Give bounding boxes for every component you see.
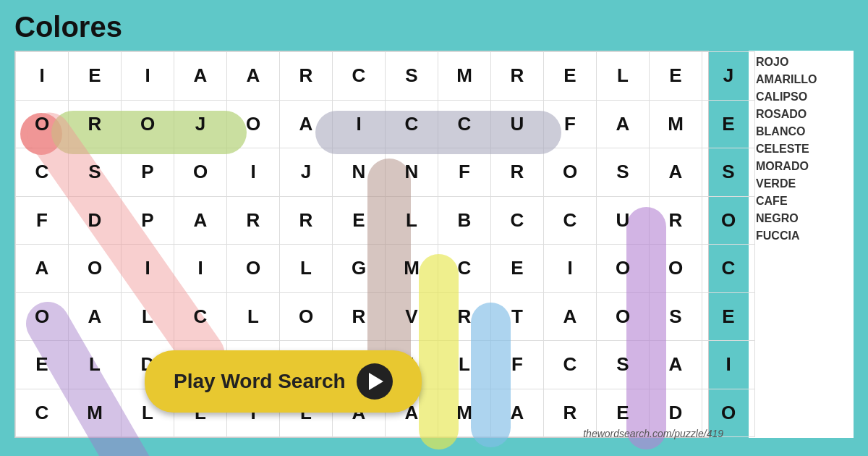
grid-cell: E (544, 52, 597, 101)
grid-cell: C (702, 245, 755, 293)
grid-cell: M (650, 100, 702, 148)
grid-cell: O (597, 245, 650, 293)
word-list-item: CAFE (756, 193, 846, 209)
grid-cell: O (227, 100, 280, 148)
grid-cell: U (597, 196, 650, 245)
grid-cell: A (280, 100, 333, 148)
grid-cell: R (227, 196, 280, 245)
grid-cell: T (491, 292, 544, 341)
word-list-item: MORADO (756, 159, 846, 174)
grid-cell: C (544, 341, 597, 389)
grid-cell: P (122, 148, 174, 197)
grid-cell: O (650, 245, 702, 293)
website-credit: thewordsearch.com/puzzle/419 (583, 428, 723, 439)
grid-cell: I (227, 148, 280, 197)
grid-cell: A (69, 292, 122, 341)
grid-cell: E (650, 52, 702, 101)
grid-cell: C (174, 292, 227, 341)
play-button[interactable]: Play Word Search (145, 350, 422, 413)
grid-cell: O (174, 148, 227, 197)
grid-cell: L (122, 292, 174, 341)
grid-cell: U (491, 100, 544, 148)
grid-cell: L (386, 196, 438, 245)
grid-cell: R (491, 148, 544, 197)
play-icon (357, 363, 393, 400)
grid-cell: S (650, 292, 702, 341)
grid-cell: A (597, 100, 650, 148)
grid-cell: O (122, 100, 174, 148)
grid-cell: R (438, 292, 491, 341)
grid-cell: E (16, 341, 69, 389)
grid-cell: I (122, 245, 174, 293)
grid-cell: R (491, 52, 544, 101)
grid-cell: I (702, 341, 755, 389)
grid-cell: L (227, 292, 280, 341)
grid-cell: I (174, 245, 227, 293)
grid-cell: I (16, 52, 69, 101)
page-title: Colores (14, 11, 854, 43)
grid-cell: J (702, 52, 755, 101)
content-area: IEIAARCSMRELEJOROJOAICCUFAMECSPOIJNNFROS… (14, 51, 854, 445)
grid-cell: A (650, 341, 702, 389)
grid-cell: L (597, 52, 650, 101)
grid-cell: F (438, 148, 491, 197)
grid-cell: R (69, 100, 122, 148)
grid-cell: E (333, 196, 386, 245)
grid-cell: C (491, 196, 544, 245)
grid-cell: O (16, 292, 69, 341)
grid-cell: M (438, 52, 491, 101)
word-list-item: NEGRO (756, 211, 846, 227)
word-list-item: FUCCIA (756, 228, 846, 244)
word-list-item: ROSADO (756, 106, 846, 122)
grid-cell: S (69, 148, 122, 197)
grid-cell: R (650, 196, 702, 245)
grid-cell: M (69, 389, 122, 437)
grid-cell: L (69, 341, 122, 389)
grid-cell: M (386, 245, 438, 293)
grid-cell: F (491, 341, 544, 389)
grid-cell: S (386, 52, 438, 101)
grid-cell: E (491, 245, 544, 293)
grid-cell: O (597, 292, 650, 341)
grid-cell: A (491, 389, 544, 437)
grid-cell: C (333, 52, 386, 101)
grid-cell: F (16, 196, 69, 245)
grid-cell: D (69, 196, 122, 245)
grid-cell: C (438, 100, 491, 148)
grid-cell: G (333, 245, 386, 293)
grid-cell: M (438, 389, 491, 437)
grid-cell: E (69, 52, 122, 101)
grid-cell: O (702, 196, 755, 245)
grid-cell: J (174, 100, 227, 148)
grid-cell: F (544, 100, 597, 148)
grid-cell: C (16, 389, 69, 437)
grid-cell: S (597, 341, 650, 389)
grid-cell: L (438, 341, 491, 389)
grid-cell: I (333, 100, 386, 148)
grid-cell: C (544, 196, 597, 245)
grid-cell: O (544, 148, 597, 197)
grid-cell: C (438, 245, 491, 293)
grid-cell: C (16, 148, 69, 197)
word-list-item: CELESTE (756, 141, 846, 157)
grid-cell: A (174, 196, 227, 245)
grid-wrapper: IEIAARCSMRELEJOROJOAICCUFAMECSPOIJNNFROS… (14, 51, 738, 445)
grid-cell: A (227, 52, 280, 101)
grid-cell: I (544, 245, 597, 293)
grid-cell: I (122, 52, 174, 101)
main-container: Colores IEIAARCSMRELEJOROJO (0, 0, 868, 456)
grid-cell: O (280, 292, 333, 341)
word-list-item: AMARILLO (756, 72, 846, 88)
grid-cell: A (174, 52, 227, 101)
grid-cell: R (280, 196, 333, 245)
grid-cell: B (438, 196, 491, 245)
grid-cell: N (333, 148, 386, 197)
grid-cell: R (280, 52, 333, 101)
grid-cell: P (122, 196, 174, 245)
grid-cell: A (650, 148, 702, 197)
word-list-item: ROJO (756, 54, 846, 70)
word-list: ROJOAMARILLOCALIPSOROSADOBLANCOCELESTEMO… (749, 51, 854, 438)
grid-cell: S (702, 148, 755, 197)
word-list-item: CALIPSO (756, 89, 846, 105)
grid-cell: A (544, 292, 597, 341)
